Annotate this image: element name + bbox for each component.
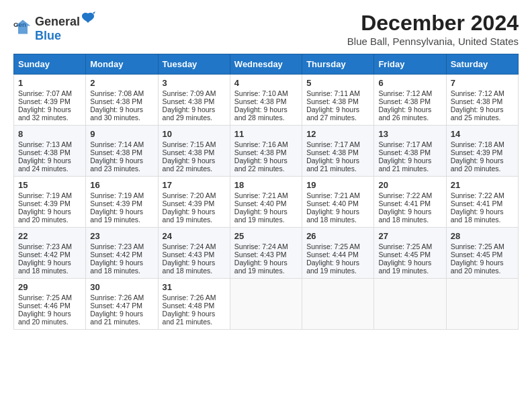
calendar-week-row: 22Sunrise: 7:23 AMSunset: 4:42 PMDayligh… xyxy=(14,228,519,279)
calendar-cell: 23Sunrise: 7:23 AMSunset: 4:42 PMDayligh… xyxy=(86,228,158,279)
sunrise-text: Sunrise: 7:17 AM xyxy=(378,140,432,148)
sunset-text: Sunset: 4:48 PM xyxy=(163,302,215,310)
sunrise-text: Sunrise: 7:19 AM xyxy=(18,191,72,199)
sunset-text: Sunset: 4:38 PM xyxy=(90,97,142,105)
day-number: 20 xyxy=(378,180,441,190)
daylight-text: Daylight: 9 hours and 20 minutes. xyxy=(451,156,504,173)
daylight-text: Daylight: 9 hours and 18 minutes. xyxy=(90,259,143,275)
column-header-thursday: Thursday xyxy=(302,54,374,75)
day-number: 27 xyxy=(378,231,441,241)
day-number: 3 xyxy=(163,78,226,88)
daylight-text: Daylight: 9 hours and 20 minutes. xyxy=(18,208,71,224)
sunset-text: Sunset: 4:38 PM xyxy=(163,97,215,105)
calendar-cell: 17Sunrise: 7:20 AMSunset: 4:39 PMDayligh… xyxy=(158,177,230,228)
sunset-text: Sunset: 4:38 PM xyxy=(234,97,287,105)
day-number: 6 xyxy=(378,78,441,88)
header: Gen General Blue December 2024 Blue Ball… xyxy=(13,11,519,47)
sunrise-text: Sunrise: 7:25 AM xyxy=(306,242,360,250)
sunset-text: Sunset: 4:40 PM xyxy=(306,199,359,208)
sunrise-text: Sunrise: 7:21 AM xyxy=(306,191,360,199)
calendar-cell: 19Sunrise: 7:21 AMSunset: 4:40 PMDayligh… xyxy=(302,177,374,228)
sunset-text: Sunset: 4:38 PM xyxy=(163,148,215,156)
sunset-text: Sunset: 4:39 PM xyxy=(451,148,503,156)
day-number: 8 xyxy=(18,129,81,139)
sunrise-text: Sunrise: 7:19 AM xyxy=(90,191,144,199)
sunset-text: Sunset: 4:44 PM xyxy=(306,250,359,259)
calendar-cell: 14Sunrise: 7:18 AMSunset: 4:39 PMDayligh… xyxy=(446,126,518,177)
sunrise-text: Sunrise: 7:16 AM xyxy=(234,140,288,148)
daylight-text: Daylight: 9 hours and 19 minutes. xyxy=(234,259,287,275)
sunset-text: Sunset: 4:46 PM xyxy=(18,302,71,310)
sunset-text: Sunset: 4:38 PM xyxy=(378,148,431,156)
calendar-cell: 21Sunrise: 7:22 AMSunset: 4:41 PMDayligh… xyxy=(446,177,518,228)
sunrise-text: Sunrise: 7:12 AM xyxy=(378,89,432,97)
daylight-text: Daylight: 9 hours and 32 minutes. xyxy=(18,105,71,122)
column-header-wednesday: Wednesday xyxy=(230,54,302,75)
sunset-text: Sunset: 4:38 PM xyxy=(306,148,359,156)
sunset-text: Sunset: 4:39 PM xyxy=(18,199,71,208)
day-number: 10 xyxy=(163,129,226,139)
calendar-cell: 25Sunrise: 7:24 AMSunset: 4:43 PMDayligh… xyxy=(230,228,302,279)
sunset-text: Sunset: 4:38 PM xyxy=(378,97,431,105)
sunset-text: Sunset: 4:43 PM xyxy=(163,250,215,259)
calendar-cell xyxy=(302,279,374,330)
calendar-table: SundayMondayTuesdayWednesdayThursdayFrid… xyxy=(13,54,519,330)
daylight-text: Daylight: 9 hours and 24 minutes. xyxy=(18,156,71,173)
calendar-header-row: SundayMondayTuesdayWednesdayThursdayFrid… xyxy=(14,54,519,75)
calendar-cell: 28Sunrise: 7:25 AMSunset: 4:45 PMDayligh… xyxy=(446,228,518,279)
day-number: 9 xyxy=(90,129,153,139)
day-number: 25 xyxy=(234,231,298,241)
calendar-cell: 9Sunrise: 7:14 AMSunset: 4:38 PMDaylight… xyxy=(86,126,158,177)
daylight-text: Daylight: 9 hours and 30 minutes. xyxy=(90,105,143,122)
column-header-monday: Monday xyxy=(86,54,158,75)
day-number: 21 xyxy=(451,180,514,190)
calendar-cell: 29Sunrise: 7:25 AMSunset: 4:46 PMDayligh… xyxy=(14,279,86,330)
calendar-cell: 20Sunrise: 7:22 AMSunset: 4:41 PMDayligh… xyxy=(374,177,446,228)
sunrise-text: Sunrise: 7:23 AM xyxy=(18,242,72,250)
daylight-text: Daylight: 9 hours and 25 minutes. xyxy=(451,105,504,122)
day-number: 5 xyxy=(306,78,369,88)
sunset-text: Sunset: 4:38 PM xyxy=(18,148,71,156)
day-number: 1 xyxy=(18,78,81,88)
sunset-text: Sunset: 4:39 PM xyxy=(18,97,71,105)
day-number: 7 xyxy=(451,78,514,88)
day-number: 11 xyxy=(234,129,298,139)
title-area: December 2024 Blue Ball, Pennsylvania, U… xyxy=(347,11,519,47)
daylight-text: Daylight: 9 hours and 19 minutes. xyxy=(378,259,431,275)
calendar-cell xyxy=(446,279,518,330)
calendar-cell: 8Sunrise: 7:13 AMSunset: 4:38 PMDaylight… xyxy=(14,126,86,177)
sunrise-text: Sunrise: 7:24 AM xyxy=(163,242,216,250)
daylight-text: Daylight: 9 hours and 18 minutes. xyxy=(378,208,431,224)
logo-blue: Blue xyxy=(35,29,61,42)
sunset-text: Sunset: 4:45 PM xyxy=(451,250,503,259)
daylight-text: Daylight: 9 hours and 20 minutes. xyxy=(451,259,504,275)
calendar-cell: 6Sunrise: 7:12 AMSunset: 4:38 PMDaylight… xyxy=(374,75,446,126)
day-number: 30 xyxy=(90,282,153,292)
calendar-cell: 11Sunrise: 7:16 AMSunset: 4:38 PMDayligh… xyxy=(230,126,302,177)
sunrise-text: Sunrise: 7:20 AM xyxy=(163,191,216,199)
calendar-cell: 15Sunrise: 7:19 AMSunset: 4:39 PMDayligh… xyxy=(14,177,86,228)
daylight-text: Daylight: 9 hours and 21 minutes. xyxy=(163,310,216,326)
day-number: 12 xyxy=(306,129,369,139)
subtitle: Blue Ball, Pennsylvania, United States xyxy=(347,36,519,47)
day-number: 22 xyxy=(18,231,81,241)
sunrise-text: Sunrise: 7:07 AM xyxy=(18,89,72,97)
daylight-text: Daylight: 9 hours and 29 minutes. xyxy=(163,105,216,122)
sunrise-text: Sunrise: 7:15 AM xyxy=(163,140,216,148)
daylight-text: Daylight: 9 hours and 19 minutes. xyxy=(90,208,143,224)
sunrise-text: Sunrise: 7:24 AM xyxy=(234,242,288,250)
sunrise-text: Sunrise: 7:17 AM xyxy=(306,140,360,148)
column-header-sunday: Sunday xyxy=(14,54,86,75)
sunset-text: Sunset: 4:47 PM xyxy=(90,302,142,310)
calendar-cell: 26Sunrise: 7:25 AMSunset: 4:44 PMDayligh… xyxy=(302,228,374,279)
day-number: 24 xyxy=(163,231,226,241)
sunrise-text: Sunrise: 7:22 AM xyxy=(451,191,504,199)
sunrise-text: Sunrise: 7:25 AM xyxy=(378,242,432,250)
calendar-cell: 10Sunrise: 7:15 AMSunset: 4:38 PMDayligh… xyxy=(158,126,230,177)
daylight-text: Daylight: 9 hours and 26 minutes. xyxy=(378,105,431,122)
sunrise-text: Sunrise: 7:14 AM xyxy=(90,140,144,148)
day-number: 2 xyxy=(90,78,153,88)
day-number: 18 xyxy=(234,180,298,190)
sunset-text: Sunset: 4:41 PM xyxy=(451,199,503,208)
daylight-text: Daylight: 9 hours and 19 minutes. xyxy=(163,208,216,224)
